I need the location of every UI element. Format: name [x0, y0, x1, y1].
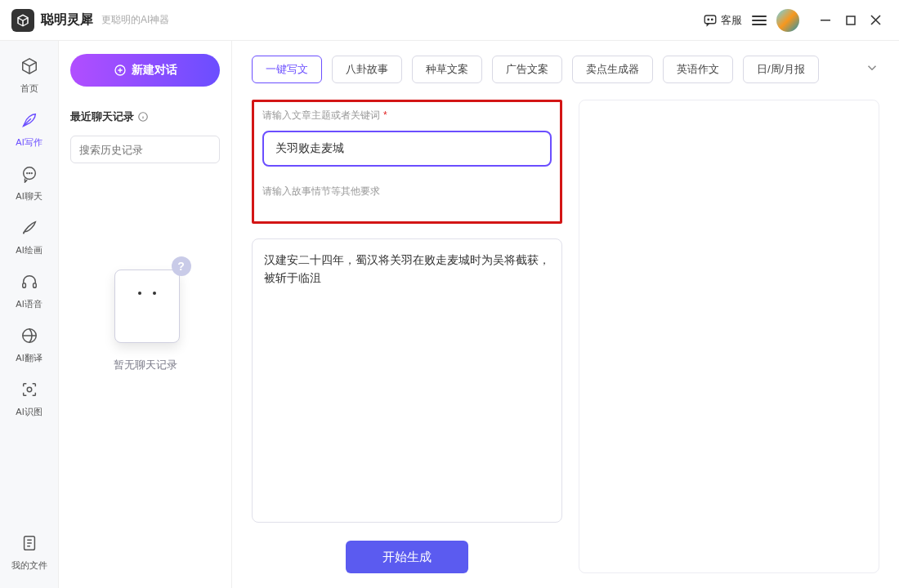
nav-ai-ocr[interactable]: AI识图: [5, 372, 54, 426]
chevron-down-icon: [865, 60, 879, 75]
nav-label: AI翻译: [16, 352, 42, 364]
svg-point-6: [26, 173, 27, 174]
svg-point-2: [712, 19, 713, 20]
nav-label: 我的文件: [11, 559, 47, 572]
generate-button[interactable]: 开始生成: [346, 541, 468, 573]
translate-icon: [20, 327, 38, 349]
app-tagline: 更聪明的AI神器: [101, 13, 169, 27]
tab-report[interactable]: 日/周/月报: [743, 56, 819, 83]
highlighted-region: 请输入文章主题或者关键词* 请输入故事情节等其他要求: [252, 100, 562, 224]
tab-quick-write[interactable]: 一键写文: [252, 56, 322, 83]
chat-icon: [703, 13, 718, 28]
tab-english-essay[interactable]: 英语作文: [663, 56, 733, 83]
maximize-button[interactable]: [839, 8, 863, 33]
menu-icon[interactable]: [752, 16, 767, 25]
required-mark: *: [383, 109, 387, 121]
svg-point-7: [29, 173, 29, 174]
chat-icon: [20, 165, 38, 187]
info-icon: [137, 111, 149, 122]
template-tabs: 一键写文 八卦故事 种草文案 广告文案 卖点生成器 英语作文 日/周/月报: [252, 56, 879, 83]
history-column: 新建对话 最近聊天记录 ? 暂无聊天记录: [59, 41, 232, 588]
feather-icon: [20, 111, 38, 133]
tab-ad-copy[interactable]: 广告文案: [492, 56, 562, 83]
recent-title: 最近聊天记录: [70, 109, 220, 124]
svg-point-12: [27, 387, 32, 392]
history-search-input[interactable]: [79, 144, 217, 156]
left-nav: 首页 AI写作 AI聊天 AI绘画 AI语音 AI翻译 AI识图 我: [0, 41, 59, 588]
app-logo-icon: [11, 9, 34, 32]
nav-ai-voice[interactable]: AI语音: [5, 265, 54, 318]
nav-label: AI识图: [16, 406, 42, 418]
topic-input[interactable]: [262, 131, 552, 167]
nav-label: 首页: [20, 82, 38, 95]
nav-label: AI绘画: [16, 244, 42, 256]
history-search[interactable]: [70, 136, 220, 163]
detail-label: 请输入故事情节等其他要求: [262, 185, 552, 198]
home-icon: [20, 57, 38, 79]
new-chat-label: 新建对话: [132, 63, 177, 78]
output-panel: [579, 100, 879, 573]
empty-illustration: ?: [105, 261, 186, 343]
svg-rect-9: [22, 283, 25, 288]
nav-my-files[interactable]: 我的文件: [5, 526, 54, 580]
svg-rect-4: [847, 16, 855, 24]
brush-icon: [20, 219, 38, 241]
svg-rect-3: [821, 20, 830, 21]
nav-label: AI聊天: [16, 190, 42, 203]
titlebar: 聪明灵犀 更聪明的AI神器 客服: [0, 0, 899, 41]
empty-text: 暂无聊天记录: [114, 358, 177, 372]
nav-ai-chat[interactable]: AI聊天: [5, 157, 54, 211]
nav-ai-paint[interactable]: AI绘画: [5, 211, 54, 265]
svg-point-8: [31, 173, 32, 174]
app-name: 聪明灵犀: [41, 11, 93, 29]
minimize-button[interactable]: [814, 8, 839, 33]
file-icon: [20, 534, 38, 556]
close-button[interactable]: [863, 8, 888, 33]
support-label: 客服: [721, 13, 742, 28]
avatar[interactable]: [776, 9, 799, 32]
tab-seeding-copy[interactable]: 种草文案: [412, 56, 482, 83]
svg-point-1: [708, 19, 709, 20]
nav-home[interactable]: 首页: [5, 49, 54, 103]
detail-textarea[interactable]: [252, 238, 562, 523]
tab-selling-points[interactable]: 卖点生成器: [572, 56, 653, 83]
main-area: 一键写文 八卦故事 种草文案 广告文案 卖点生成器 英语作文 日/周/月报 请输…: [232, 41, 899, 588]
headset-icon: [20, 273, 38, 295]
new-chat-button[interactable]: 新建对话: [70, 54, 220, 87]
nav-ai-writing[interactable]: AI写作: [5, 103, 54, 157]
topic-label: 请输入文章主题或者关键词*: [262, 109, 552, 122]
nav-label: AI写作: [16, 136, 42, 149]
tab-gossip-story[interactable]: 八卦故事: [332, 56, 402, 83]
svg-rect-10: [33, 283, 36, 288]
svg-rect-0: [704, 16, 716, 24]
input-form: 请输入文章主题或者关键词* 请输入故事情节等其他要求 开始生成: [252, 100, 562, 573]
plus-icon: [114, 64, 127, 77]
nav-label: AI语音: [16, 298, 42, 310]
nav-ai-translate[interactable]: AI翻译: [5, 318, 54, 372]
support-button[interactable]: 客服: [703, 13, 742, 28]
tabs-expand[interactable]: [865, 60, 879, 78]
scan-icon: [20, 381, 38, 403]
